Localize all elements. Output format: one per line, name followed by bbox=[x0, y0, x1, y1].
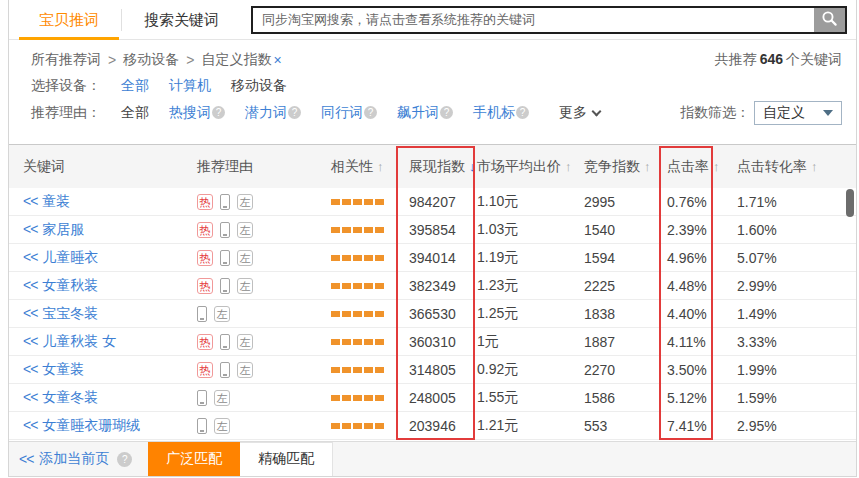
keyword-link[interactable]: 家居服 bbox=[42, 221, 84, 237]
impression-index-value: 203946 bbox=[409, 418, 477, 434]
keyword-link[interactable]: 儿童睡衣 bbox=[42, 249, 98, 265]
impression-index-value: 395854 bbox=[409, 222, 477, 238]
reason-option-2[interactable]: 热搜词? bbox=[169, 104, 225, 120]
help-icon[interactable]: ? bbox=[440, 106, 453, 119]
reason-option-5[interactable]: 飙升词? bbox=[397, 104, 453, 120]
device-option-1[interactable]: 全部 bbox=[121, 77, 149, 93]
relevance-bar-segment bbox=[364, 311, 373, 317]
hot-badge: 热 bbox=[197, 250, 213, 266]
keyword-link[interactable]: 女童睡衣珊瑚绒 bbox=[42, 417, 140, 433]
mobile-device-icon bbox=[220, 250, 230, 266]
column-header-2: 推荐理由 bbox=[197, 158, 331, 176]
sort-up-icon: ↑ bbox=[377, 159, 384, 174]
mobile-device-icon bbox=[220, 278, 230, 294]
tab-1[interactable]: 宝贝推词 bbox=[17, 0, 121, 40]
remove-filter-icon[interactable]: × bbox=[273, 52, 281, 68]
competition-index-value: 2995 bbox=[584, 194, 667, 210]
sort-up-icon: ↑ bbox=[811, 159, 818, 174]
cvr-value: 1.59% bbox=[737, 390, 827, 406]
keyword-link[interactable]: 女童冬装 bbox=[42, 389, 98, 405]
reason-badges-cell: 热左 bbox=[197, 222, 331, 238]
index-filter-dropdown[interactable]: 自定义 bbox=[754, 101, 842, 125]
mobile-device-icon bbox=[197, 418, 207, 434]
search-button[interactable] bbox=[814, 8, 845, 32]
relevance-bar-segment bbox=[342, 395, 351, 401]
relevance-bar-segment bbox=[364, 423, 373, 429]
column-header-6[interactable]: 竞争指数↑ bbox=[584, 158, 667, 176]
scrollbar-thumb[interactable] bbox=[846, 189, 854, 217]
ctr-value: 4.96% bbox=[667, 250, 737, 266]
relevance-bar-segment bbox=[342, 199, 351, 205]
left-badge: 左 bbox=[214, 390, 230, 406]
relevance-bar-segment bbox=[353, 367, 362, 373]
ctr-value: 4.11% bbox=[667, 334, 737, 350]
keyword-link[interactable]: 女童秋装 bbox=[42, 277, 98, 293]
column-header-8[interactable]: 点击转化率↑ bbox=[737, 158, 827, 176]
add-current-page-link[interactable]: << 添加当前页 bbox=[19, 450, 109, 468]
more-button[interactable]: 更多 bbox=[559, 104, 600, 122]
reason-option-1[interactable]: 全部 bbox=[121, 104, 149, 120]
keyword-link[interactable]: 宝宝冬装 bbox=[42, 305, 98, 321]
reason-option-3[interactable]: 潜力词? bbox=[245, 104, 301, 120]
help-icon[interactable]: ? bbox=[212, 106, 225, 119]
add-keyword-icon[interactable]: << bbox=[23, 277, 37, 293]
add-keyword-icon[interactable]: << bbox=[23, 249, 37, 265]
add-keyword-icon[interactable]: << bbox=[23, 305, 37, 321]
add-keyword-icon[interactable]: << bbox=[23, 417, 37, 433]
add-keyword-icon[interactable]: << bbox=[23, 389, 37, 405]
keyword-cell: <<儿童睡衣 bbox=[23, 249, 197, 267]
keyword-cell: <<女童冬装 bbox=[23, 389, 197, 407]
left-badge: 左 bbox=[237, 278, 253, 294]
keyword-cell: <<女童睡衣珊瑚绒 bbox=[23, 417, 197, 435]
add-keyword-icon[interactable]: << bbox=[23, 361, 37, 377]
relevance-bars bbox=[331, 255, 409, 261]
exact-match-button[interactable]: 精确匹配 bbox=[240, 442, 333, 477]
relevance-bars bbox=[331, 339, 409, 345]
search-input[interactable] bbox=[253, 8, 814, 32]
competition-index-value: 1586 bbox=[584, 390, 667, 406]
relevance-bar-segment bbox=[342, 311, 351, 317]
keyword-count-summary: 共推荐646个关键词 bbox=[715, 51, 842, 69]
column-header-3[interactable]: 相关性↑ bbox=[331, 158, 409, 176]
breadcrumb-item[interactable]: 自定义指数 bbox=[201, 51, 271, 69]
relevance-bar-segment bbox=[375, 423, 384, 429]
help-icon[interactable]: ? bbox=[364, 106, 377, 119]
add-keyword-icon[interactable]: << bbox=[23, 221, 37, 237]
mobile-device-icon bbox=[197, 306, 207, 322]
relevance-bar-segment bbox=[342, 255, 351, 261]
column-header-5[interactable]: 市场平均出价↑ bbox=[477, 158, 584, 176]
impression-index-value: 314805 bbox=[409, 362, 477, 378]
cvr-value: 1.49% bbox=[737, 306, 827, 322]
help-icon[interactable]: ? bbox=[516, 106, 529, 119]
device-option-2[interactable]: 计算机 bbox=[169, 77, 211, 93]
broad-match-button[interactable]: 广泛匹配 bbox=[148, 442, 240, 477]
column-label: 竞争指数 bbox=[584, 158, 640, 176]
column-header-7[interactable]: 点击率↑ bbox=[667, 158, 737, 176]
avg-price-value: 1.03元 bbox=[477, 221, 584, 239]
add-keyword-icon[interactable]: << bbox=[23, 333, 37, 349]
mobile-device-icon bbox=[220, 334, 230, 350]
column-header-4[interactable]: 展现指数↓ bbox=[409, 158, 477, 176]
keyword-link[interactable]: 女童装 bbox=[42, 361, 84, 377]
help-icon[interactable]: ? bbox=[117, 452, 132, 467]
keyword-link[interactable]: 童装 bbox=[42, 193, 70, 209]
keyword-table: 关键词推荐理由相关性↑展现指数↓市场平均出价↑竞争指数↑点击率↑点击转化率↑ <… bbox=[9, 144, 856, 440]
table-row: <<女童装热左3148050.92元22703.50%1.99% bbox=[9, 356, 856, 384]
relevance-bar-segment bbox=[375, 339, 384, 345]
reason-badges-cell: 左 bbox=[197, 306, 331, 322]
device-option-3[interactable]: 移动设备 bbox=[231, 77, 287, 93]
relevance-bar-segment bbox=[353, 311, 362, 317]
reason-option-6[interactable]: 手机标? bbox=[473, 104, 529, 120]
add-keyword-icon[interactable]: << bbox=[23, 193, 37, 209]
relevance-bars bbox=[331, 227, 409, 233]
device-options: 全部计算机移动设备 bbox=[121, 77, 307, 95]
breadcrumb-item[interactable]: 所有推荐词 bbox=[31, 51, 101, 69]
table-header-row: 关键词推荐理由相关性↑展现指数↓市场平均出价↑竞争指数↑点击率↑点击转化率↑ bbox=[9, 144, 856, 188]
keyword-link[interactable]: 儿童秋装 女 bbox=[42, 333, 116, 349]
help-icon[interactable]: ? bbox=[288, 106, 301, 119]
cvr-value: 1.60% bbox=[737, 222, 827, 238]
breadcrumb-item[interactable]: 移动设备 bbox=[123, 51, 179, 69]
impression-index-value: 394014 bbox=[409, 250, 477, 266]
tab-2[interactable]: 搜索关键词 bbox=[122, 0, 241, 40]
reason-option-4[interactable]: 同行词? bbox=[321, 104, 377, 120]
